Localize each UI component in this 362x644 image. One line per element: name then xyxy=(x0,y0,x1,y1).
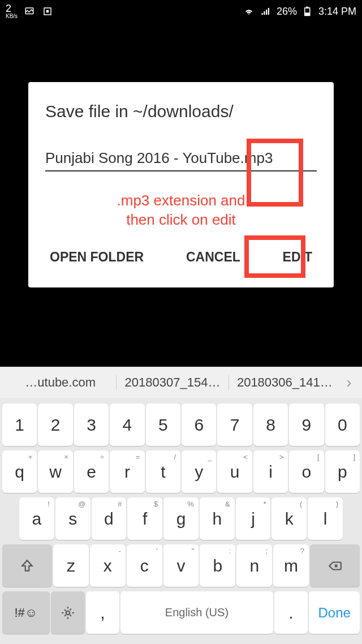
key-8[interactable]: 8 xyxy=(253,403,288,446)
key-4[interactable]: 4 xyxy=(110,403,144,446)
svg-rect-8 xyxy=(307,7,308,8)
backspace-key[interactable] xyxy=(310,544,360,587)
key-a[interactable]: a! xyxy=(19,497,54,540)
battery-icon xyxy=(301,6,314,16)
battery-percent: 26% xyxy=(277,6,297,18)
annotation-text: .mp3 extension and then click on edit xyxy=(45,191,317,230)
key-m[interactable]: m? xyxy=(273,544,309,587)
key-h[interactable]: h& xyxy=(200,497,235,540)
save-dialog: Save file in ~/downloads/ .mp3 extension… xyxy=(28,82,334,287)
svg-point-10 xyxy=(66,611,70,615)
period-key[interactable]: . xyxy=(274,591,308,634)
status-bar: 2 KB/s 26% 3:14 PM xyxy=(0,0,362,23)
key-i[interactable]: i> xyxy=(253,450,288,493)
key-k[interactable]: k( xyxy=(272,497,307,540)
key-f[interactable]: f$ xyxy=(127,497,162,540)
key-p[interactable]: p] xyxy=(325,450,360,493)
key-3[interactable]: 3 xyxy=(74,403,109,446)
image-icon xyxy=(23,6,36,16)
space-key[interactable]: English (US) xyxy=(120,591,273,634)
network-speed: 2 KB/s xyxy=(6,3,18,19)
signal-icon xyxy=(260,6,272,16)
key-o[interactable]: o[ xyxy=(289,450,324,493)
edit-button[interactable]: EDIT xyxy=(278,244,317,271)
key-7[interactable]: 7 xyxy=(217,403,252,446)
svg-rect-4 xyxy=(264,11,265,15)
key-e[interactable]: e÷ xyxy=(74,450,109,493)
suggestion-more-icon[interactable]: › xyxy=(341,373,357,392)
key-g[interactable]: g% xyxy=(163,497,199,540)
comma-key[interactable]: , xyxy=(86,591,120,634)
svg-rect-6 xyxy=(268,8,269,15)
key-j[interactable]: j* xyxy=(236,497,271,540)
key-b[interactable]: b: xyxy=(200,544,235,587)
key-z[interactable]: z xyxy=(53,544,89,587)
key-2[interactable]: 2 xyxy=(38,403,72,446)
wifi-icon xyxy=(243,6,255,16)
suggestion-item[interactable]: 20180306_141… xyxy=(229,375,341,390)
key-t[interactable]: t/ xyxy=(146,450,180,493)
suggestion-item[interactable]: 20180307_154… xyxy=(117,375,229,390)
svg-rect-5 xyxy=(266,10,267,15)
svg-rect-2 xyxy=(47,11,49,12)
open-folder-button[interactable]: OPEN FOLDER xyxy=(45,244,148,271)
app-icon xyxy=(41,6,54,16)
svg-rect-9 xyxy=(305,13,309,15)
done-key[interactable]: Done xyxy=(309,591,360,634)
settings-key[interactable] xyxy=(51,591,85,634)
key-n[interactable]: n; xyxy=(236,544,272,587)
key-w[interactable]: w× xyxy=(38,450,72,493)
key-v[interactable]: v" xyxy=(163,544,199,587)
key-l[interactable]: l) xyxy=(308,497,343,540)
key-c[interactable]: c' xyxy=(127,544,162,587)
key-9[interactable]: 9 xyxy=(289,403,324,446)
suggestion-item[interactable]: …utube.com xyxy=(5,375,117,390)
symbols-key[interactable]: !#☺ xyxy=(2,591,50,634)
suggestion-bar: …utube.com 20180307_154… 20180306_141… › xyxy=(0,367,362,398)
key-5[interactable]: 5 xyxy=(146,403,180,446)
svg-rect-3 xyxy=(261,13,262,15)
filename-input[interactable] xyxy=(45,149,317,171)
shift-key[interactable] xyxy=(2,544,52,587)
dialog-title: Save file in ~/downloads/ xyxy=(45,102,317,121)
cancel-button[interactable]: CANCEL xyxy=(182,244,245,271)
key-y[interactable]: y_ xyxy=(182,450,216,493)
key-s[interactable]: s@ xyxy=(55,497,90,540)
key-u[interactable]: u< xyxy=(217,450,252,493)
key-r[interactable]: r= xyxy=(110,450,144,493)
keyboard: 1234567890 q+w×e÷r=t/y_u<i>o[p] a!s@d#f$… xyxy=(0,398,362,644)
key-q[interactable]: q+ xyxy=(2,450,37,493)
key-x[interactable]: x- xyxy=(90,544,126,587)
key-0[interactable]: 0 xyxy=(325,403,360,446)
key-6[interactable]: 6 xyxy=(182,403,216,446)
clock: 3:14 PM xyxy=(318,6,356,18)
key-1[interactable]: 1 xyxy=(2,403,37,446)
key-d[interactable]: d# xyxy=(92,497,127,540)
